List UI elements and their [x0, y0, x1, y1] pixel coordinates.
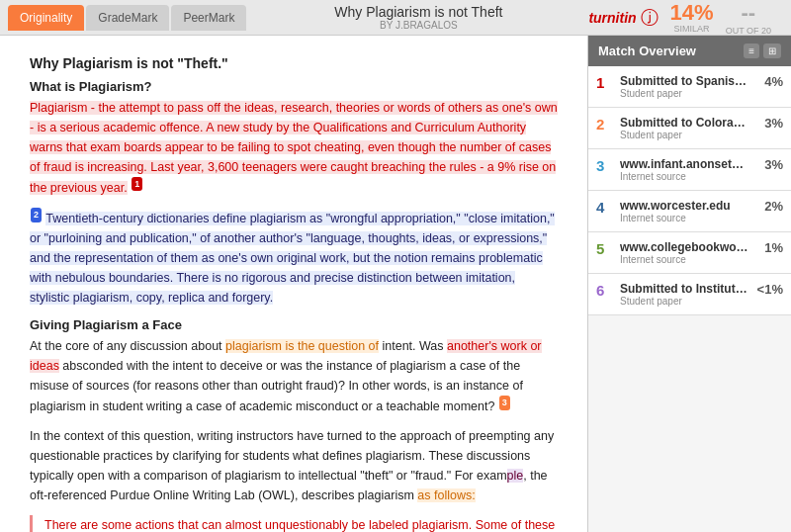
- match-info-4: www.worcester.edu Internet source: [620, 199, 756, 223]
- match-item-5[interactable]: 5 www.collegebookworl... Internet source…: [588, 232, 791, 274]
- highlight-5: ple: [507, 469, 524, 483]
- out-of-label: OUT OF 20: [726, 26, 771, 36]
- marker-3: 3: [499, 396, 510, 409]
- match-percent-4: 2%: [764, 199, 783, 214]
- match-source-1: Submitted to Spanish ...: [620, 74, 748, 88]
- section2-heading: Giving Plagiarism a Face: [30, 317, 558, 332]
- highlight-3: plagiarism is the question of: [225, 339, 379, 353]
- section2-para1: At the core of any discussion about plag…: [30, 336, 558, 416]
- sidebar-header: Match Overview ≡ ⊞: [588, 36, 791, 66]
- turnitin-logo: turnitin ⓙ: [588, 6, 658, 30]
- match-item-6[interactable]: 6 Submitted to Institute ... Student pap…: [588, 274, 791, 315]
- match-number-4: 4: [596, 199, 612, 216]
- marker-2: 2: [31, 208, 42, 222]
- highlight-1: Plagiarism - the attempt to pass off the…: [30, 101, 558, 195]
- sidebar: Match Overview ≡ ⊞ 1 Submitted to Spanis…: [588, 36, 791, 532]
- match-type-3: Internet source: [620, 171, 756, 182]
- doc-title: Why Plagiarism is not Theft: [248, 4, 588, 20]
- match-source-6: Submitted to Institute ...: [620, 282, 748, 296]
- section2-para2: In the context of this question, writing…: [30, 426, 558, 505]
- match-source-4: www.worcester.edu: [620, 199, 748, 213]
- turnitin-icon: ⓙ: [641, 6, 659, 30]
- match-type-2: Student paper: [620, 130, 756, 140]
- match-info-1: Submitted to Spanish ... Student paper: [620, 74, 756, 99]
- match-type-4: Internet source: [620, 213, 756, 223]
- tab-peermark[interactable]: PeerMark: [171, 5, 246, 31]
- match-percent-2: 3%: [764, 116, 783, 131]
- match-info-6: Submitted to Institute ... Student paper: [620, 282, 749, 307]
- match-number-2: 2: [596, 116, 612, 133]
- section1-para2: 2 Twentieth-century dictionaries define …: [30, 208, 558, 308]
- match-item-2[interactable]: 2 Submitted to Colorado... Student paper…: [588, 108, 791, 149]
- match-type-6: Student paper: [620, 296, 749, 307]
- match-info-5: www.collegebookworl... Internet source: [620, 240, 756, 265]
- highlight-6: as follows:: [417, 488, 475, 502]
- tab-originality[interactable]: Originality: [8, 5, 84, 31]
- sidebar-title: Match Overview: [598, 44, 696, 58]
- match-percent-1: 4%: [764, 74, 783, 89]
- match-item-4[interactable]: 4 www.worcester.edu Internet source 2%: [588, 191, 791, 232]
- match-type-1: Student paper: [620, 88, 756, 99]
- grade-score: -- OUT OF 20: [726, 0, 771, 36]
- match-percent-3: 3%: [764, 157, 783, 172]
- score-percent: 14%: [670, 2, 714, 24]
- match-number-6: 6: [596, 282, 612, 299]
- match-number-5: 5: [596, 240, 612, 257]
- list-view-button[interactable]: ≡: [744, 44, 759, 58]
- topbar: Originality GradeMark PeerMark Why Plagi…: [0, 0, 791, 36]
- match-info-2: Submitted to Colorado... Student paper: [620, 116, 756, 140]
- section1-heading: What is Plagiarism?: [30, 79, 558, 94]
- similarity-score: 14% SIMILAR: [670, 2, 714, 34]
- match-source-5: www.collegebookworl...: [620, 240, 748, 254]
- score-label: SIMILAR: [670, 24, 714, 34]
- match-source-3: www.infant.anonseto...: [620, 157, 748, 171]
- tab-grademart[interactable]: GradeMark: [86, 5, 169, 31]
- match-item-1[interactable]: 1 Submitted to Spanish ... Student paper…: [588, 66, 791, 108]
- match-percent-5: 1%: [764, 240, 783, 255]
- blockquote: There are some actions that can almost u…: [30, 515, 558, 532]
- match-info-3: www.infant.anonseto... Internet source: [620, 157, 756, 182]
- match-number-1: 1: [596, 74, 612, 91]
- section1-para1: Plagiarism - the attempt to pass off the…: [30, 98, 558, 198]
- marker-1: 1: [132, 177, 142, 191]
- grid-view-button[interactable]: ⊞: [763, 44, 781, 58]
- turnitin-brand: turnitin: [588, 10, 636, 26]
- match-type-5: Internet source: [620, 254, 756, 265]
- document-viewer[interactable]: Why Plagiarism is not "Theft." What is P…: [0, 36, 588, 532]
- sidebar-header-icons: ≡ ⊞: [744, 44, 781, 58]
- doc-author: BY J.BRAGALOS: [248, 20, 588, 31]
- doc-main-heading: Why Plagiarism is not "Theft.": [30, 55, 558, 71]
- match-source-2: Submitted to Colorado...: [620, 116, 748, 130]
- main-area: Why Plagiarism is not "Theft." What is P…: [0, 36, 791, 532]
- highlight-2: Twentieth-century dictionaries define pl…: [30, 212, 555, 305]
- match-number-3: 3: [596, 157, 612, 174]
- match-item-3[interactable]: 3 www.infant.anonseto... Internet source…: [588, 149, 791, 191]
- match-percent-6: <1%: [757, 282, 783, 297]
- score-dash: --: [726, 0, 771, 26]
